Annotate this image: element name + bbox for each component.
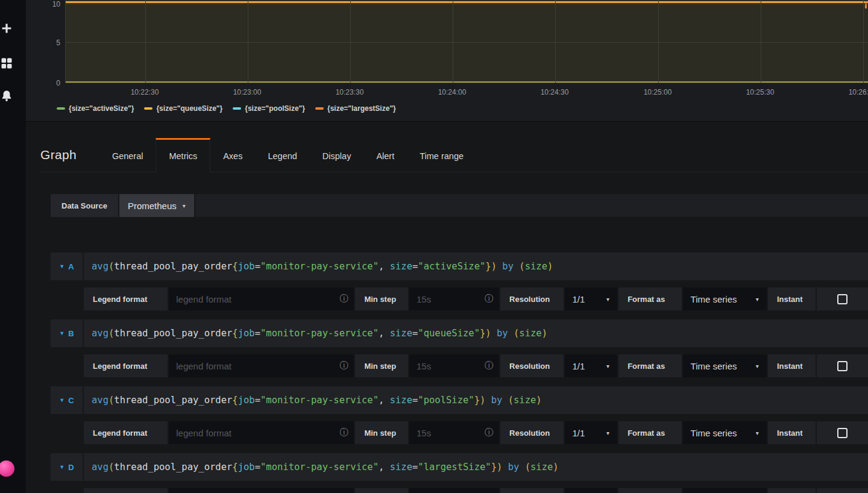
- min-step-field: ⓘ: [409, 354, 499, 377]
- format-as-value: Time series: [691, 361, 737, 371]
- query-collapse-button[interactable]: ▼ B: [51, 319, 83, 347]
- datasource-select[interactable]: Prometheus ▾: [119, 194, 194, 217]
- query-expression-input[interactable]: avg(thread_pool_pay_order{job="monitor-p…: [84, 386, 868, 414]
- query-row: ▼ C avg(thread_pool_pay_order{job="monit…: [51, 386, 868, 414]
- y-tick-0: 0: [26, 79, 60, 87]
- instant-checkbox-chip: [817, 421, 868, 444]
- format-as-select[interactable]: Time series ▾: [683, 421, 767, 444]
- min-step-field: ⓘ: [409, 488, 499, 493]
- v-gridline: [145, 0, 146, 83]
- chevron-down-icon: ▾: [756, 430, 759, 436]
- info-icon[interactable]: ⓘ: [339, 294, 348, 304]
- query-options-row: Legend format ⓘ Min step ⓘ Resolution 1/…: [84, 354, 868, 377]
- chevron-down-icon: ▼: [59, 464, 64, 470]
- dashboards-icon[interactable]: [1, 57, 13, 69]
- panel-type-title: Graph: [40, 148, 77, 162]
- graph-panel: 10 5 0 10:22:3010:23:0010:23:3010:24:001…: [26, 0, 868, 122]
- v-gridline: [350, 0, 351, 83]
- resolution-value: 1/1: [573, 428, 585, 438]
- info-icon[interactable]: ⓘ: [485, 360, 493, 371]
- legend-format-field: ⓘ: [169, 354, 354, 377]
- min-step-label: Min step: [355, 488, 408, 493]
- legend-format-field: ⓘ: [169, 287, 354, 310]
- info-icon[interactable]: ⓘ: [485, 427, 493, 438]
- chevron-down-icon: ▾: [183, 203, 186, 209]
- resolution-select[interactable]: 1/1 ▾: [565, 421, 618, 444]
- tab-time-range[interactable]: Time range: [407, 138, 476, 172]
- graph-plot[interactable]: [65, 0, 868, 83]
- series-live-edge-tick: [865, 1, 867, 8]
- legend-format-label: Legend format: [84, 421, 168, 444]
- tab-display[interactable]: Display: [310, 138, 364, 172]
- info-icon[interactable]: ⓘ: [339, 360, 348, 371]
- format-as-select[interactable]: Time series ▾: [683, 354, 767, 377]
- query-collapse-button[interactable]: ▼ A: [51, 253, 83, 280]
- x-tick-label: 10:23:30: [326, 88, 374, 96]
- chevron-down-icon: ▼: [59, 397, 64, 403]
- format-as-label: Format as: [618, 421, 681, 444]
- legend-item[interactable]: {size="poolSize"}: [233, 104, 305, 113]
- user-avatar-icon[interactable]: [0, 460, 14, 477]
- resolution-select[interactable]: 1/1 ▾: [565, 488, 618, 493]
- format-as-select[interactable]: Time series ▾: [683, 488, 767, 493]
- query-options-row: Legend format ⓘ Min step ⓘ Resolution 1/…: [84, 421, 868, 444]
- chevron-down-icon: ▼: [59, 263, 64, 269]
- query-options-row: Legend format ⓘ Min step ⓘ Resolution 1/…: [84, 287, 868, 310]
- v-gridline: [761, 0, 761, 83]
- x-tick-label: 10:25:30: [736, 88, 784, 96]
- tab-axes[interactable]: Axes: [210, 138, 255, 172]
- format-as-label: Format as: [618, 354, 681, 377]
- x-tick-label: 10:25:00: [634, 88, 682, 96]
- legend-item[interactable]: {size="activeSize"}: [57, 104, 134, 113]
- graph-legend: {size="activeSize"} {size="queueSize"} {…: [57, 104, 396, 113]
- y-tick-5: 5: [26, 39, 60, 47]
- format-as-select[interactable]: Time series ▾: [683, 287, 767, 310]
- legend-swatch: [57, 107, 65, 110]
- tab-legend[interactable]: Legend: [255, 138, 309, 172]
- query-expression-input[interactable]: avg(thread_pool_pay_order{job="monitor-p…: [84, 319, 868, 347]
- legend-format-input[interactable]: [169, 294, 354, 304]
- legend-item[interactable]: {size="largestSize"}: [315, 104, 396, 113]
- legend-item[interactable]: {size="queueSize"}: [144, 104, 222, 113]
- query-row: ▼ B avg(thread_pool_pay_order{job="monit…: [51, 319, 868, 347]
- query-block: ▼ A avg(thread_pool_pay_order{job="monit…: [51, 253, 868, 310]
- chevron-down-icon: ▾: [606, 430, 609, 436]
- min-step-label: Min step: [355, 287, 408, 310]
- h-gridline: [66, 4, 868, 4]
- legend-format-input[interactable]: [169, 361, 354, 371]
- legend-label: {size="queueSize"}: [156, 104, 222, 113]
- query-expression-input[interactable]: avg(thread_pool_pay_order{job="monitor-p…: [84, 453, 868, 481]
- legend-format-input[interactable]: [169, 428, 354, 438]
- query-collapse-button[interactable]: ▼ C: [51, 386, 83, 414]
- legend-format-label: Legend format: [84, 287, 168, 310]
- x-tick-label: 10:24:30: [530, 88, 579, 96]
- add-icon[interactable]: [1, 22, 13, 34]
- datasource-label: Data Source: [51, 194, 118, 217]
- query-expression-input[interactable]: avg(thread_pool_pay_order{job="monitor-p…: [84, 253, 868, 280]
- legend-label: {size="poolSize"}: [245, 104, 305, 113]
- datasource-row-filler: [195, 194, 868, 217]
- chevron-down-icon: ▼: [59, 330, 64, 336]
- tab-alert[interactable]: Alert: [363, 138, 407, 172]
- instant-label: Instant: [768, 287, 816, 310]
- info-icon[interactable]: ⓘ: [485, 294, 493, 304]
- tab-general[interactable]: General: [99, 138, 156, 172]
- series-line-zero: [66, 81, 868, 83]
- legend-swatch: [144, 107, 153, 110]
- panel-editor: Graph General Metrics Axes Legend Displa…: [26, 138, 868, 493]
- legend-label: {size="largestSize"}: [327, 104, 396, 113]
- legend-label: {size="activeSize"}: [69, 104, 134, 113]
- tab-metrics[interactable]: Metrics: [156, 138, 210, 172]
- resolution-select[interactable]: 1/1 ▾: [565, 287, 618, 310]
- v-gridline: [453, 0, 453, 83]
- instant-checkbox[interactable]: [837, 361, 848, 371]
- query-list: ▼ A avg(thread_pool_pay_order{job="monit…: [51, 253, 868, 493]
- query-expression-text: avg(thread_pool_pay_order{job="monitor-p…: [92, 462, 559, 473]
- query-ref-letter: D: [68, 463, 74, 472]
- instant-checkbox[interactable]: [837, 428, 848, 438]
- alerting-bell-icon[interactable]: [1, 90, 13, 102]
- resolution-select[interactable]: 1/1 ▾: [565, 354, 618, 377]
- instant-checkbox[interactable]: [837, 294, 848, 304]
- query-collapse-button[interactable]: ▼ D: [51, 453, 83, 481]
- info-icon[interactable]: ⓘ: [339, 427, 348, 438]
